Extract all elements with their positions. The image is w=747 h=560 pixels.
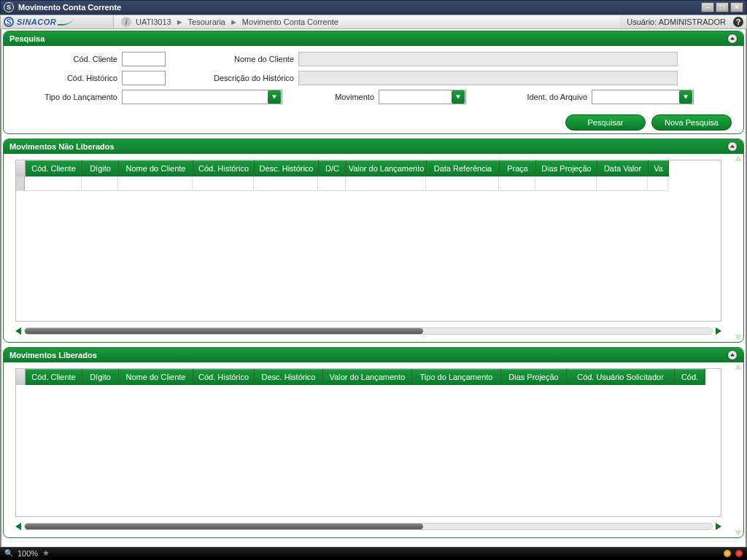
ribbon-bar: S SINACOR i UATI3013 ► Tesouraria ► Movi… — [0, 15, 747, 29]
svg-marker-4 — [730, 145, 735, 148]
chevron-down-icon[interactable] — [268, 90, 281, 104]
column-header[interactable]: Cód. Cliente — [26, 160, 82, 176]
liberados-title: Movimentos Liberados — [9, 351, 97, 359]
nao-liberados-title: Movimentos Não Liberados — [9, 142, 115, 151]
chevron-down-icon[interactable] — [452, 90, 465, 104]
column-header[interactable]: Data Referência — [427, 160, 500, 176]
input-cod-historico[interactable] — [122, 71, 166, 85]
table-cell[interactable] — [597, 176, 648, 191]
breadcrumb-item-2[interactable]: Tesouraria — [188, 18, 225, 26]
column-header[interactable]: Cód. — [675, 369, 705, 385]
collapse-button[interactable] — [727, 141, 738, 152]
combo-ident-arquivo[interactable] — [592, 90, 694, 104]
input-cod-cliente[interactable] — [122, 52, 166, 66]
combo-movimento-input[interactable] — [379, 90, 451, 104]
table-cell[interactable] — [346, 176, 426, 191]
table-cell[interactable] — [82, 176, 118, 191]
column-header[interactable]: Cód. Histórico — [193, 369, 255, 385]
breadcrumb-item-1[interactable]: UATI3013 — [136, 18, 171, 26]
scroll-thumb[interactable] — [25, 524, 423, 529]
workspace: Pesquisa Cód. Cliente Nome do Cliente Có… — [0, 29, 747, 547]
search-panel-title: Pesquisa — [9, 34, 44, 43]
svg-marker-0 — [730, 37, 735, 40]
column-header[interactable]: Cód. Cliente — [26, 369, 82, 385]
info-icon[interactable]: i — [121, 17, 131, 27]
scroll-right-icon[interactable] — [716, 327, 721, 335]
scroll-right-icon[interactable] — [716, 523, 721, 530]
svg-marker-3 — [684, 96, 688, 99]
column-header[interactable]: Cód. Histórico — [193, 160, 255, 176]
svg-marker-1 — [272, 96, 276, 99]
star-icon[interactable]: ★ — [42, 548, 50, 558]
column-header[interactable]: Dias Projeção — [501, 369, 567, 385]
status-dot-orange[interactable] — [724, 550, 731, 557]
column-header[interactable]: Nome do Cliente — [119, 160, 193, 176]
column-header[interactable]: Tipo do Lançamento — [412, 369, 501, 385]
table-cell[interactable] — [426, 176, 499, 191]
column-header[interactable]: Dígito — [82, 160, 119, 176]
table-cell[interactable] — [535, 176, 597, 191]
scroll-down-icon[interactable] — [735, 530, 742, 536]
grid-nao-liberados[interactable]: Cód. ClienteDígitoNome do ClienteCód. Hi… — [15, 160, 721, 322]
grid-liberados[interactable]: Cód. ClienteDígitoNome do ClienteCód. Hi… — [15, 368, 721, 517]
user-label: Usuário: ADMINISTRADOR — [619, 18, 733, 26]
label-ident-arquivo: Ident. do Arquivo — [492, 93, 587, 101]
collapse-button[interactable] — [727, 350, 738, 360]
scroll-up-icon[interactable] — [735, 155, 742, 161]
scroll-thumb[interactable] — [25, 328, 423, 334]
column-header[interactable]: Dígito — [82, 369, 119, 385]
nova-pesquisa-button[interactable]: Nova Pesquisa — [651, 114, 732, 131]
status-dot-red[interactable] — [735, 550, 743, 557]
maximize-button[interactable]: □ — [716, 2, 729, 12]
zoom-icon[interactable]: 🔍 — [4, 549, 13, 557]
scroll-left-icon[interactable] — [15, 327, 21, 335]
table-cell[interactable] — [499, 176, 535, 191]
column-header[interactable]: D/C — [319, 160, 347, 176]
scroll-track[interactable] — [24, 327, 713, 335]
combo-ident-arquivo-input[interactable] — [592, 90, 678, 104]
collapse-button[interactable] — [727, 34, 738, 44]
app-icon: S — [4, 2, 14, 12]
table-cell[interactable] — [318, 176, 346, 191]
zoom-value: 100% — [18, 549, 38, 558]
column-header[interactable]: Cód. Usuário Solicitador — [567, 369, 675, 385]
column-header[interactable]: Nome do Cliente — [119, 369, 193, 385]
table-cell[interactable] — [118, 176, 193, 191]
column-header[interactable]: Data Valor — [597, 160, 649, 176]
breadcrumb-sep-icon: ► — [176, 18, 184, 26]
horizontal-scrollbar[interactable] — [15, 521, 721, 532]
table-cell[interactable] — [648, 176, 668, 191]
breadcrumb-item-3[interactable]: Movimento Conta Corrente — [242, 18, 338, 26]
column-header[interactable]: Valor do Lançamento — [323, 369, 412, 385]
chevron-down-icon[interactable] — [679, 90, 692, 104]
liberados-panel: Movimentos Liberados Cód. ClienteDígitoN… — [3, 347, 744, 538]
help-button[interactable]: ? — [733, 17, 743, 27]
scroll-up-icon[interactable] — [735, 364, 742, 370]
window-titlebar: S Movimento Conta Corrente ─ □ ✕ — [0, 0, 747, 15]
breadcrumb-sep-icon: ► — [230, 18, 238, 26]
column-header[interactable]: Praça — [500, 160, 536, 176]
logo-text: SINACOR — [17, 18, 56, 26]
pesquisar-button[interactable]: Pesquisar — [565, 114, 646, 131]
svg-marker-5 — [730, 354, 735, 357]
column-header[interactable]: Valor do Lançamento — [347, 160, 427, 176]
close-button[interactable]: ✕ — [730, 2, 743, 12]
status-bar: 🔍 100% ★ — [0, 547, 747, 559]
scroll-left-icon[interactable] — [15, 523, 21, 530]
table-cell[interactable] — [25, 176, 82, 191]
combo-movimento[interactable] — [379, 90, 466, 104]
nao-liberados-header: Movimentos Não Liberados — [4, 139, 743, 154]
column-header[interactable]: Desc. Histórico — [255, 160, 319, 176]
combo-tipo-lancamento[interactable] — [122, 90, 282, 104]
scroll-track[interactable] — [24, 523, 713, 530]
minimize-button[interactable]: ─ — [701, 2, 714, 12]
table-cell[interactable] — [254, 176, 318, 191]
horizontal-scrollbar[interactable] — [15, 326, 721, 336]
column-header[interactable]: Dias Projeção — [536, 160, 597, 176]
scroll-down-icon[interactable] — [735, 335, 742, 341]
display-nome-cliente — [298, 52, 678, 66]
column-header[interactable]: Va — [649, 160, 669, 176]
table-cell[interactable] — [193, 176, 254, 191]
column-header[interactable]: Desc. Histórico — [255, 369, 323, 385]
combo-tipo-lancamento-input[interactable] — [123, 90, 267, 104]
